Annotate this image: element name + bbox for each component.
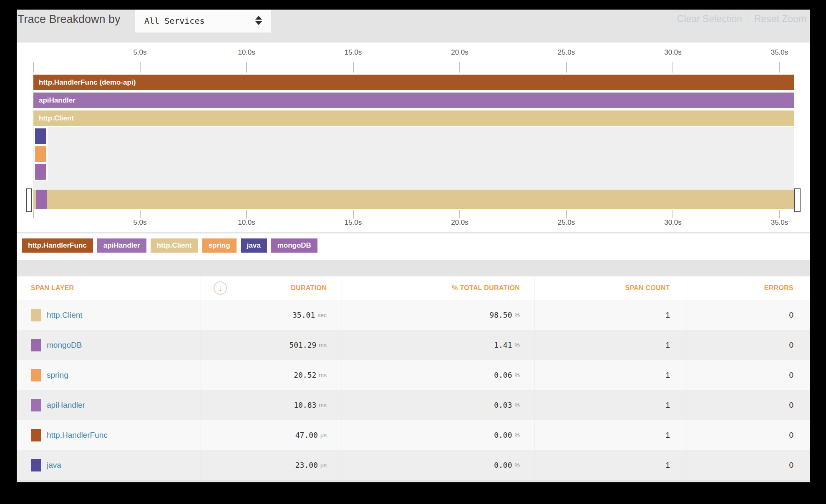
duration-cell: 501.29ms	[201, 330, 342, 360]
axis-tick-label: 10.0s	[238, 48, 255, 57]
toolbar-actions: Clear Selection Reset Zoom	[677, 13, 806, 25]
legend-chip-mongoDB[interactable]: mongoDB	[271, 238, 317, 253]
timeline-minimap	[17, 188, 810, 213]
errors-cell: 0	[687, 360, 810, 390]
span-bar-http.Client[interactable]: http.Client	[33, 110, 794, 126]
span-layer-cell: spring	[17, 360, 201, 390]
brush-handle-left[interactable]	[26, 188, 32, 212]
axis-tick-label: 5.0s	[133, 218, 146, 227]
axis-tick-label: 35.0s	[771, 218, 788, 227]
legend-chip-apiHandler[interactable]: apiHandler	[97, 238, 146, 253]
span-layer-cell: java	[17, 450, 201, 480]
table-row: http.HandlerFunc47.00µs0.00%10	[17, 420, 810, 450]
errors-cell: 0	[687, 390, 810, 420]
column-header-span-layer[interactable]: SPAN LAYER	[17, 276, 201, 300]
pct-total-duration-cell: 0.00%	[342, 420, 534, 450]
table-body: http.Client35.01sec98.50%10mongoDB501.29…	[17, 300, 810, 480]
layer-legend: http.HandlerFuncapiHandlerhttp.Clientspr…	[17, 233, 810, 260]
duration-unit: ms	[319, 372, 327, 379]
span-count-cell: 1	[534, 450, 687, 480]
layer-color-swatch	[31, 459, 41, 471]
legend-chip-spring[interactable]: spring	[202, 238, 237, 253]
service-selector[interactable]: All Services	[135, 10, 271, 33]
duration-unit: µs	[320, 432, 327, 439]
toolbar: Trace Breakdown by All Services Clear Se…	[17, 10, 810, 43]
axis-tick-label: 15.0s	[345, 48, 362, 57]
axis-tick	[246, 62, 247, 73]
layer-color-swatch	[31, 369, 41, 381]
span-bar-java[interactable]	[35, 128, 46, 144]
axis-tick-label: 20.0s	[451, 218, 468, 227]
pct-unit: %	[515, 312, 520, 318]
span-rows-background	[33, 127, 794, 190]
span-bar-mongoDB[interactable]	[35, 164, 46, 180]
span-bar-apiHandler[interactable]: apiHandler	[33, 93, 794, 108]
axis-tick-label: 25.0s	[558, 218, 575, 227]
duration-unit: ms	[319, 402, 327, 409]
action-divider	[748, 14, 748, 25]
axis-tick	[353, 62, 354, 73]
duration-value: 47.00	[295, 431, 318, 439]
sort-descending-icon[interactable]: ↓	[214, 281, 227, 295]
layer-link[interactable]: java	[47, 461, 61, 470]
axis-tick	[140, 62, 141, 73]
axis-tick-label: 35.0s	[771, 48, 788, 57]
pct-unit: %	[515, 372, 520, 379]
duration-value: 23.00	[295, 461, 318, 469]
table-row: http.Client35.01sec98.50%10	[17, 300, 810, 330]
pct-total-duration-cell: 0.03%	[342, 390, 534, 420]
layer-link[interactable]: mongoDB	[47, 341, 82, 350]
span-bar-label: apiHandler	[39, 93, 76, 108]
layer-link[interactable]: apiHandler	[47, 401, 85, 410]
layer-link[interactable]: spring	[47, 371, 68, 380]
errors-cell: 0	[687, 420, 810, 450]
layer-link[interactable]: http.HandlerFunc	[47, 431, 108, 440]
span-bar-http.HandlerFunc[interactable]: http.HandlerFunc (demo-api)	[33, 75, 794, 90]
clear-selection-button[interactable]: Clear Selection	[677, 13, 742, 25]
axis-tick	[459, 62, 460, 73]
column-header-duration[interactable]: ↓ DURATION	[201, 276, 342, 300]
span-count-cell: 1	[534, 330, 687, 360]
duration-value: 10.83	[294, 401, 316, 409]
pct-value: 98.50	[489, 311, 512, 319]
duration-cell: 35.01sec	[201, 300, 342, 330]
column-header-pct-total-duration[interactable]: % TOTAL DURATION	[342, 276, 534, 300]
layer-link[interactable]: http.Client	[47, 311, 83, 320]
pct-unit: %	[515, 402, 520, 409]
span-count-cell: 1	[534, 360, 687, 390]
table-header-row: SPAN LAYER ↓ DURATION % TOTAL DURATION S…	[17, 276, 810, 300]
column-header-span-count[interactable]: SPAN COUNT	[534, 276, 687, 300]
duration-value: 501.29	[289, 341, 316, 349]
span-layer-cell: http.HandlerFunc	[17, 420, 201, 450]
pct-value: 0.06	[494, 371, 512, 379]
trace-breakdown-app: Trace Breakdown by All Services Clear Se…	[17, 10, 810, 482]
minimap-bar[interactable]	[33, 190, 794, 209]
span-layer-cell: apiHandler	[17, 390, 201, 420]
span-bar-label: http.HandlerFunc (demo-api)	[39, 75, 136, 90]
duration-cell: 10.83ms	[201, 390, 342, 420]
span-layers-table: SPAN LAYER ↓ DURATION % TOTAL DURATION S…	[17, 276, 810, 478]
legend-chip-http.Client[interactable]: http.Client	[151, 238, 198, 253]
duration-value: 20.52	[294, 371, 316, 379]
axis-tick-label: 10.0s	[238, 218, 255, 227]
pct-total-duration-cell: 98.50%	[342, 300, 534, 330]
span-count-cell: 1	[534, 300, 687, 330]
brush-handle-right[interactable]	[794, 188, 801, 212]
table-row: apiHandler10.83ms0.03%10	[17, 390, 810, 420]
legend-chip-java[interactable]: java	[241, 238, 267, 253]
reset-zoom-button[interactable]: Reset Zoom	[754, 13, 806, 25]
errors-cell: 0	[687, 450, 810, 480]
span-bar-spring[interactable]	[35, 146, 46, 162]
duration-unit: sec	[317, 312, 327, 318]
table-row: spring20.52ms0.06%10	[17, 360, 810, 390]
legend-chip-http.HandlerFunc[interactable]: http.HandlerFunc	[22, 238, 93, 253]
duration-cell: 47.00µs	[201, 420, 342, 450]
page-title: Trace Breakdown by	[18, 13, 121, 26]
column-header-errors[interactable]: ERRORS	[687, 276, 810, 300]
pct-total-duration-cell: 0.00%	[342, 450, 534, 480]
column-header-duration-label: DURATION	[291, 284, 327, 292]
pct-unit: %	[515, 342, 520, 349]
table-row: java23.00µs0.00%10	[17, 450, 810, 480]
duration-cell: 20.52ms	[201, 360, 342, 390]
layer-color-swatch	[31, 399, 41, 411]
